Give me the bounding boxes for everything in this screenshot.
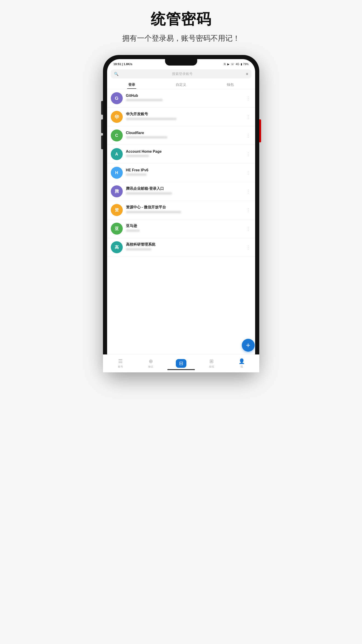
search-placeholder: 搜索登录账号 <box>121 72 244 76</box>
nav-item-me[interactable]: 👤 我 <box>227 356 255 368</box>
nav-item-discover[interactable]: ⊞ 发现 <box>196 356 227 368</box>
account-detail-tencent-mail <box>126 192 172 194</box>
me-icon: 👤 <box>239 358 245 364</box>
hero-title: 统管密码 <box>151 9 211 29</box>
list-item[interactable]: 资 资源中心 - 微信开放平台 ⋮ <box>107 201 255 220</box>
status-time: 19:51 | 1.8K/s <box>113 62 132 66</box>
tab-wallet[interactable]: 钱包 <box>206 80 255 89</box>
avatar-he-ipv6: H <box>111 167 123 179</box>
account-info-tencent-mail: 腾讯企业邮箱-登录入口 <box>126 186 245 196</box>
account-info-account-home: Account Home Page <box>126 150 245 159</box>
more-icon-tencent-mail[interactable]: ⋮ <box>245 188 251 194</box>
network-icon: 4G <box>236 62 239 66</box>
fab-add-button[interactable]: + <box>242 339 255 352</box>
list-item[interactable]: A Account Home Page ⋮ <box>107 145 255 164</box>
more-icon-github[interactable]: ⋮ <box>245 96 251 101</box>
discover-icon: ⊞ <box>209 358 214 364</box>
nav-label-accounts: 账号 <box>118 365 123 368</box>
verify-icon: ⊕ <box>149 358 153 364</box>
account-info-university: 高校科研管理系统 <box>126 242 245 252</box>
avatar-university: 高 <box>111 241 123 253</box>
nav-active-bg: ⊟ <box>176 359 186 368</box>
page-wrapper: 统管密码 拥有一个登录易，账号密码不用记！ 19:51 | 1.8K/s ℝ ▶… <box>90 9 272 372</box>
notch <box>165 59 197 66</box>
avatar-account-home: A <box>111 148 123 160</box>
account-detail-huawei <box>126 118 177 120</box>
tab-custom[interactable]: 自定义 <box>156 80 206 89</box>
more-icon-wechat-open[interactable]: ⋮ <box>245 207 251 213</box>
account-name-wechat-open: 资源中心 - 微信开放平台 <box>126 205 245 210</box>
account-info-github: GitHub <box>126 94 245 103</box>
tabs: 登录 自定义 钱包 <box>107 80 255 89</box>
account-name-amazon: 亚马逊 <box>126 224 245 228</box>
battery-icon: ▮ 79% <box>241 62 249 66</box>
account-info-cloudflare: Cloudflare <box>126 131 245 140</box>
passwords-icon: ⊟ <box>179 360 183 366</box>
accounts-icon: ☰ <box>118 358 123 364</box>
account-detail-wechat-open <box>126 211 181 213</box>
account-info-he-ipv6: HE Free IPv6 <box>126 168 245 178</box>
search-icon: 🔍 <box>114 72 119 76</box>
hero-subtitle: 拥有一个登录易，账号密码不用记！ <box>122 33 240 44</box>
status-icons: ℝ ▶ ☏ 4G ▮ 79% <box>224 62 249 66</box>
list-item[interactable]: C Cloudflare ⋮ <box>107 126 255 145</box>
nav-item-accounts[interactable]: ☰ 账号 <box>107 356 136 368</box>
nav-item-verify[interactable]: ⊕ 验证 <box>136 356 166 368</box>
account-detail-cloudflare <box>126 136 167 138</box>
more-icon-huawei[interactable]: ⋮ <box>245 114 251 120</box>
account-detail-account-home <box>126 155 149 157</box>
nav-item-passwords[interactable]: ⊟ <box>166 357 196 368</box>
account-name-tencent-mail: 腾讯企业邮箱-登录入口 <box>126 186 245 191</box>
account-info-amazon: 亚马逊 <box>126 224 245 234</box>
phone-icon: ☏ <box>231 62 234 66</box>
nav-label-me: 我 <box>240 365 243 368</box>
avatar-cloudflare: C <box>111 130 123 142</box>
account-info-huawei: 华为开发账号 <box>126 112 245 122</box>
more-icon-university[interactable]: ⋮ <box>245 244 251 250</box>
bottom-nav: ☰ 账号 ⊕ 验证 ⊟ ⊞ 发现 👤 我 <box>107 354 255 368</box>
bluetooth-icon: ℝ <box>224 62 226 66</box>
account-name-account-home: Account Home Page <box>126 150 245 154</box>
search-bar[interactable]: 🔍 搜索登录账号 ≡ <box>111 70 251 78</box>
nav-label-verify: 验证 <box>148 365 153 368</box>
account-detail-he-ipv6 <box>126 174 147 176</box>
avatar-tencent-mail: 腾 <box>111 186 123 197</box>
phone-screen: 19:51 | 1.8K/s ℝ ▶ ☏ 4G ▮ 79% 🔍 搜索登录账号 ≡… <box>107 59 255 368</box>
avatar-github: G <box>111 92 123 104</box>
account-name-huawei: 华为开发账号 <box>126 112 245 116</box>
account-list: G GitHub ⋮ 华 华为开发账号 ⋮ <box>107 89 255 368</box>
account-detail-amazon <box>126 230 140 232</box>
avatar-huawei: 华 <box>111 111 123 123</box>
account-info-wechat-open: 资源中心 - 微信开放平台 <box>126 205 245 215</box>
avatar-wechat-open: 资 <box>111 204 123 216</box>
list-item[interactable]: G GitHub ⋮ <box>107 89 255 108</box>
list-item[interactable]: 腾 腾讯企业邮箱-登录入口 ⋮ <box>107 182 255 201</box>
account-name-cloudflare: Cloudflare <box>126 131 245 135</box>
more-icon-account-home[interactable]: ⋮ <box>245 151 251 157</box>
account-name-github: GitHub <box>126 94 245 98</box>
tab-login[interactable]: 登录 <box>107 80 157 89</box>
avatar-amazon: 亚 <box>111 223 123 234</box>
filter-icon[interactable]: ≡ <box>246 72 248 76</box>
account-detail-github <box>126 99 163 101</box>
more-icon-he-ipv6[interactable]: ⋮ <box>245 170 251 176</box>
account-name-he-ipv6: HE Free IPv6 <box>126 168 245 172</box>
more-icon-amazon[interactable]: ⋮ <box>245 226 251 232</box>
list-item[interactable]: 亚 亚马逊 ⋮ <box>107 220 255 238</box>
account-detail-university <box>126 248 151 250</box>
list-item[interactable]: 高 高校科研管理系统 ⋮ <box>107 238 255 257</box>
list-item[interactable]: 华 华为开发账号 ⋮ <box>107 108 255 126</box>
list-item[interactable]: H HE Free IPv6 ⋮ <box>107 164 255 182</box>
signal-icon: ▶ <box>227 62 229 66</box>
nav-label-discover: 发现 <box>209 365 214 368</box>
account-name-university: 高校科研管理系统 <box>126 242 245 247</box>
phone-frame: 19:51 | 1.8K/s ℝ ▶ ☏ 4G ▮ 79% 🔍 搜索登录账号 ≡… <box>103 55 259 372</box>
more-icon-cloudflare[interactable]: ⋮ <box>245 133 251 138</box>
